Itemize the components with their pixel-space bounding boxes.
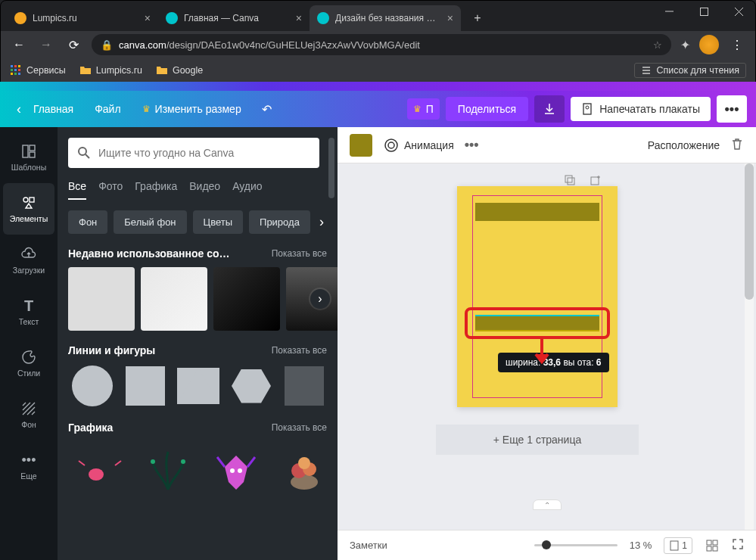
zoom-value[interactable]: 13 %	[630, 540, 652, 551]
bookmark-lumpics[interactable]: Lumpics.ru	[79, 64, 142, 76]
show-all-link[interactable]: Показать все	[272, 422, 327, 433]
url-box[interactable]: 🔒 canva.com/design/DAEo1w0v4nc/GuHELUej3…	[92, 34, 671, 55]
artboard[interactable]: ширина: 33,6 вы ота: 6	[457, 186, 618, 407]
chip-nature[interactable]: Природа	[249, 210, 310, 234]
filter-all[interactable]: Все	[68, 180, 86, 200]
share-button[interactable]: Поделиться	[446, 97, 528, 121]
shape-triangle[interactable]	[174, 364, 222, 408]
svg-point-19	[181, 459, 185, 464]
recent-thumb[interactable]	[213, 267, 280, 331]
resize-button[interactable]: ♛Изменить размер	[135, 98, 249, 120]
zoom-slider[interactable]	[534, 544, 618, 546]
delete-button[interactable]	[730, 137, 744, 154]
svg-point-17	[79, 148, 86, 155]
panel-scrollbar[interactable]	[328, 138, 334, 549]
svg-rect-13	[30, 145, 35, 151]
svg-point-26	[385, 139, 397, 151]
back-button[interactable]: ←	[10, 36, 28, 54]
tab-close-icon[interactable]: ×	[296, 12, 302, 24]
chip-scroll-right[interactable]: ›	[319, 214, 324, 230]
chip-bg[interactable]: Фон	[68, 210, 107, 234]
browser-tab[interactable]: Lumpics.ru ×	[7, 5, 158, 31]
search-box[interactable]	[68, 138, 319, 168]
canvas-toolbar: Анимация ••• Расположение	[338, 127, 756, 163]
shape-element[interactable]	[475, 203, 599, 221]
rail-uploads[interactable]: Загрузки	[3, 235, 54, 286]
shape-element-selected[interactable]	[475, 315, 599, 331]
folder-icon	[79, 64, 92, 76]
favicon	[14, 12, 26, 24]
fullscreen-button[interactable]	[732, 538, 744, 552]
page-indicator[interactable]: 1	[664, 537, 692, 554]
shape-circle[interactable]	[68, 364, 117, 408]
svg-point-20	[230, 468, 235, 473]
recent-thumb[interactable]	[141, 267, 207, 331]
undo-button[interactable]: ↶	[255, 97, 279, 121]
chip-white-bg[interactable]: Белый фон	[114, 210, 186, 234]
minimize-button[interactable]	[652, 0, 686, 23]
shape-hexagon[interactable]	[227, 364, 275, 408]
menu-button[interactable]: ⋮	[728, 36, 746, 54]
profile-avatar[interactable]	[699, 35, 719, 54]
maximize-button[interactable]	[686, 0, 721, 23]
filter-graphics[interactable]: Графика	[135, 180, 177, 200]
url-text: canva.com/design/DAEo1w0v4nc/GuHELUej3Az…	[119, 39, 647, 51]
bookmark-services[interactable]: Сервисы	[10, 64, 66, 76]
grid-view-button[interactable]	[705, 540, 720, 552]
animation-button[interactable]: Анимация	[383, 137, 454, 154]
bookmark-star-icon[interactable]: ☆	[653, 39, 662, 51]
browser-tab[interactable]: Главная — Canva ×	[158, 5, 310, 31]
list-icon	[641, 65, 652, 76]
rail-templates[interactable]: Шаблоны	[3, 132, 54, 183]
forward-button[interactable]: →	[37, 36, 55, 54]
home-button[interactable]: ‹ Главная	[9, 97, 81, 122]
file-menu[interactable]: Файл	[87, 98, 128, 120]
rail-more[interactable]: ••• Еще	[3, 440, 54, 492]
tab-strip: Lumpics.ru × Главная — Canva × Дизайн бе…	[1, 1, 755, 31]
show-all-link[interactable]: Показать все	[272, 345, 327, 356]
premium-button[interactable]: ♛П	[407, 98, 440, 120]
filter-video[interactable]: Видео	[189, 180, 220, 200]
download-button[interactable]	[534, 95, 565, 123]
reload-button[interactable]: ⟳	[64, 36, 82, 54]
extensions-icon[interactable]: ✦	[680, 38, 690, 52]
canvas-scrollbar[interactable]	[745, 163, 754, 530]
svg-rect-32	[707, 540, 711, 545]
color-swatch[interactable]	[350, 134, 372, 157]
tab-close-icon[interactable]: ×	[145, 12, 151, 24]
graphic-item[interactable]	[68, 441, 132, 500]
graphic-item[interactable]	[136, 441, 200, 500]
arrange-button[interactable]: Расположение	[648, 139, 720, 151]
shape-more[interactable]	[280, 364, 328, 408]
toolbar-more[interactable]: •••	[465, 137, 479, 153]
graphic-item[interactable]	[272, 441, 336, 500]
more-button[interactable]: •••	[717, 95, 747, 123]
add-page-bar[interactable]: + Еще 1 страница	[436, 425, 639, 455]
shape-square[interactable]	[121, 364, 170, 408]
rail-background[interactable]: Фон	[3, 389, 54, 440]
search-input[interactable]	[98, 147, 310, 159]
new-tab-button[interactable]: +	[467, 8, 488, 29]
bookmark-google[interactable]: Google	[156, 64, 203, 76]
chip-flowers[interactable]: Цветы	[193, 210, 243, 234]
filter-audio[interactable]: Аудио	[232, 180, 263, 200]
close-button[interactable]	[721, 0, 756, 23]
svg-rect-0	[700, 8, 708, 15]
print-button[interactable]: Напечатать плакаты	[571, 97, 711, 121]
favicon	[317, 12, 329, 24]
apps-icon	[10, 64, 22, 76]
recent-thumb[interactable]	[68, 267, 135, 331]
filter-photo[interactable]: Фото	[98, 180, 123, 200]
browser-tab[interactable]: Дизайн без названия — Плака ×	[310, 5, 461, 31]
expand-handle[interactable]: ⌃	[533, 499, 562, 510]
rail-text[interactable]: T Текст	[3, 286, 54, 338]
tab-close-icon[interactable]: ×	[447, 12, 453, 24]
row-scroll-right[interactable]: ›	[310, 289, 330, 309]
rail-styles[interactable]: Стили	[3, 338, 54, 389]
rail-elements[interactable]: Элементы	[3, 183, 54, 235]
templates-icon	[20, 143, 37, 160]
show-all-link[interactable]: Показать все	[272, 248, 327, 259]
reading-list-button[interactable]: Список для чтения	[634, 63, 746, 78]
notes-button[interactable]: Заметки	[350, 540, 387, 551]
graphic-item[interactable]	[204, 441, 268, 500]
